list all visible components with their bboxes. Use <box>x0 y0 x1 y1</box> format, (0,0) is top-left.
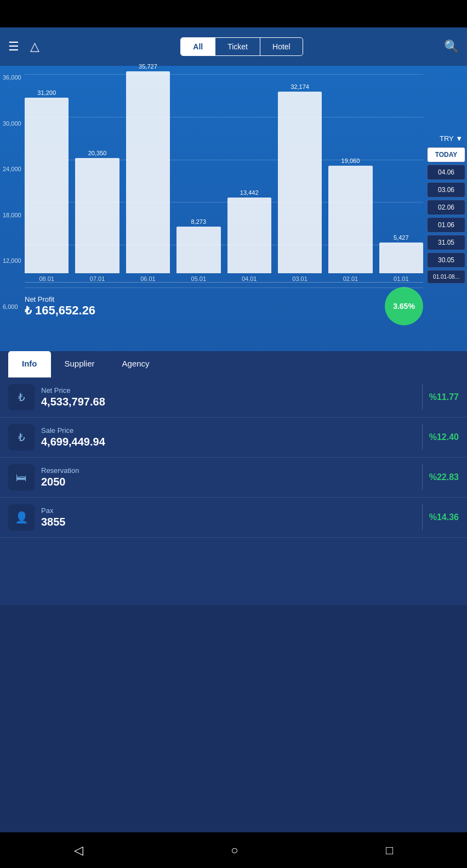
bar-3 <box>176 227 220 273</box>
net-price-percent: %11.77 <box>429 392 459 402</box>
chart-bars: 31,200 08.01 20,350 07.01 35,727 06.01 8… <box>25 74 423 283</box>
lira-symbol-2: ₺ <box>18 431 25 444</box>
y-axis: 36,000 30,000 24,000 18,000 12,000 6,000 <box>3 74 21 310</box>
bar-value-0: 31,200 <box>37 89 56 96</box>
divider <box>422 384 423 410</box>
divider <box>422 424 423 450</box>
y-label-3: 18,000 <box>3 212 21 218</box>
filter-icon[interactable]: △ <box>30 40 39 54</box>
y-label-1: 6,000 <box>3 303 21 310</box>
net-price-title: Net Price <box>41 386 415 394</box>
info-cards: ₺ Net Price 4,533,797.68 %11.77 ₺ Sale P… <box>0 377 467 605</box>
y-label-2: 12,000 <box>3 257 21 264</box>
bar-group-1: 20,350 07.01 <box>75 150 119 282</box>
bar-label-4: 04.01 <box>242 275 257 282</box>
date-btn-3005[interactable]: 30.05 <box>427 252 465 268</box>
android-nav-bar: ◁ ○ □ <box>0 832 467 868</box>
sale-price-content: Sale Price 4,699,449.94 <box>41 426 415 448</box>
lira-symbol: ₺ <box>18 391 25 404</box>
info-tab-agency[interactable]: Agency <box>109 351 163 377</box>
pax-percent: %14.36 <box>429 512 459 522</box>
net-price-value: 4,533,797.68 <box>41 396 415 408</box>
bar-value-3: 8,273 <box>191 218 207 225</box>
main-tab-group: All Ticket Hotel <box>180 37 303 56</box>
info-card-net-price: ₺ Net Price 4,533,797.68 %11.77 <box>0 377 467 418</box>
bar-7 <box>379 243 423 273</box>
back-button[interactable]: ◁ <box>74 843 83 858</box>
top-status-bar <box>0 0 467 27</box>
bar-value-6: 19,060 <box>341 157 360 164</box>
bottom-area <box>0 605 467 833</box>
divider <box>422 504 423 531</box>
bar-label-3: 05.01 <box>191 275 207 282</box>
tab-all[interactable]: All <box>181 38 215 55</box>
currency-selector[interactable]: TRY ▼ <box>427 134 465 143</box>
net-profit-value: 165,652.26 <box>35 303 95 318</box>
pax-icon: 👤 <box>8 504 35 531</box>
bed-icon: 🛏 <box>16 471 27 484</box>
profit-circle: 3.65% <box>385 287 423 325</box>
bar-group-3: 8,273 05.01 <box>176 218 220 282</box>
chart-container: 36,000 30,000 24,000 18,000 12,000 6,000… <box>25 74 423 310</box>
tab-ticket[interactable]: Ticket <box>215 38 260 55</box>
profit-percent: 3.65% <box>393 302 415 311</box>
y-label-5: 30,000 <box>3 120 21 127</box>
sale-price-icon: ₺ <box>8 424 35 450</box>
date-btn-range[interactable]: 01.01-08... <box>427 270 465 284</box>
info-card-sale-price: ₺ Sale Price 4,699,449.94 %12.40 <box>0 418 467 458</box>
net-profit-label: Net Profit <box>25 295 95 303</box>
date-btn-3105[interactable]: 31.05 <box>427 235 465 250</box>
y-label-4: 24,000 <box>3 166 21 172</box>
info-card-pax: 👤 Pax 3855 %14.36 <box>0 498 467 538</box>
net-price-content: Net Price 4,533,797.68 <box>41 386 415 408</box>
net-profit-info: Net Profit ₺ 165,652.26 <box>25 295 95 318</box>
bar-value-2: 35,727 <box>139 63 157 70</box>
chart-area: 36,000 30,000 24,000 18,000 12,000 6,000… <box>0 66 467 351</box>
bar-1 <box>75 158 119 273</box>
sale-price-title: Sale Price <box>41 426 415 435</box>
person-icon: 👤 <box>15 511 29 524</box>
date-btn-0106[interactable]: 01.06 <box>427 217 465 233</box>
lira-icon: ₺ <box>25 304 32 317</box>
globe-search-icon[interactable]: 🔍 <box>444 40 459 54</box>
date-btn-0306[interactable]: 03.06 <box>427 182 465 198</box>
bar-group-5: 32,174 03.01 <box>278 83 322 282</box>
header: ☰ △ All Ticket Hotel 🔍 <box>0 27 467 66</box>
reservation-value: 2050 <box>41 476 415 488</box>
reservation-title: Reservation <box>41 466 415 475</box>
net-price-icon: ₺ <box>8 384 35 410</box>
pax-title: Pax <box>41 506 415 515</box>
recents-button[interactable]: □ <box>386 843 393 858</box>
bar-value-7: 5,427 <box>394 234 409 241</box>
info-card-reservation: 🛏 Reservation 2050 %22.83 <box>0 458 467 498</box>
bar-group-6: 19,060 02.01 <box>328 157 372 282</box>
bar-4 <box>227 198 271 273</box>
tab-hotel[interactable]: Hotel <box>260 38 303 55</box>
info-tabs-container: Info Supplier Agency <box>0 351 467 377</box>
hamburger-icon[interactable]: ☰ <box>8 40 19 54</box>
y-label-6: 36,000 <box>3 74 21 81</box>
bar-label-7: 01.01 <box>394 275 409 282</box>
bar-group-4: 13,442 04.01 <box>227 189 271 282</box>
bar-label-6: 02.01 <box>343 275 358 282</box>
net-profit-row: Net Profit ₺ 165,652.26 3.65% <box>25 283 423 325</box>
bar-value-5: 32,174 <box>291 83 309 90</box>
info-tab-supplier[interactable]: Supplier <box>51 351 109 377</box>
reservation-content: Reservation 2050 <box>41 466 415 488</box>
bar-2 <box>126 71 170 273</box>
pax-content: Pax 3855 <box>41 506 415 528</box>
bar-label-0: 08.01 <box>39 275 54 282</box>
right-sidebar: TRY ▼ TODAY 04.06 03.06 02.06 01.06 31.0… <box>425 132 467 286</box>
info-tab-info[interactable]: Info <box>8 351 51 377</box>
bar-0 <box>25 98 69 273</box>
date-btn-0406[interactable]: 04.06 <box>427 165 465 180</box>
home-button[interactable]: ○ <box>231 843 238 858</box>
bar-group-2: 35,727 06.01 <box>126 63 170 282</box>
bar-value-1: 20,350 <box>88 150 107 156</box>
pax-value: 3855 <box>41 516 415 528</box>
net-profit-amount: ₺ 165,652.26 <box>25 303 95 318</box>
bar-label-5: 03.01 <box>292 275 307 282</box>
bar-group-7: 5,427 01.01 <box>379 234 423 282</box>
date-btn-today[interactable]: TODAY <box>427 147 465 162</box>
date-btn-0206[interactable]: 02.06 <box>427 200 465 215</box>
